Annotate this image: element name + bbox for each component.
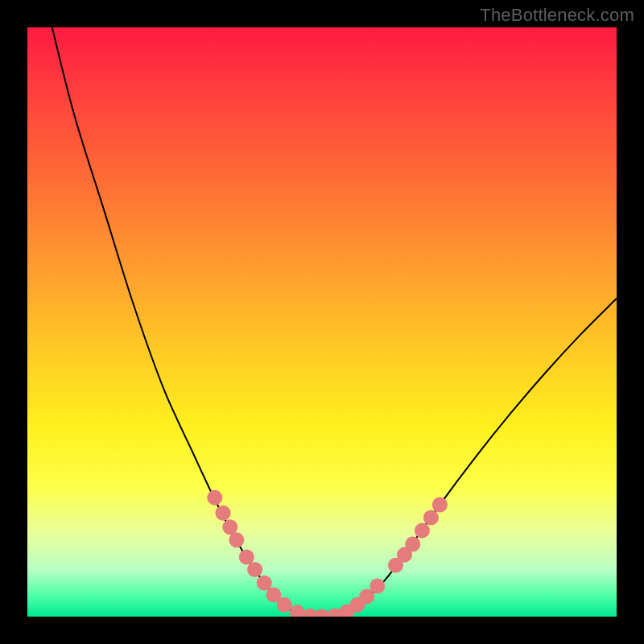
marker-dot <box>369 578 385 593</box>
marker-dot <box>405 536 420 551</box>
marker-dot <box>229 532 244 547</box>
plot-area <box>27 27 617 617</box>
marker-dot <box>423 510 439 526</box>
marker-dot <box>207 490 222 506</box>
marker-dot <box>277 597 292 613</box>
marker-dot <box>415 523 430 539</box>
watermark-text: TheBottleneck.com <box>480 5 634 26</box>
marker-dot <box>247 562 262 577</box>
background-gradient <box>27 27 617 617</box>
outer-frame: TheBottleneck.com <box>0 0 644 644</box>
marker-dot <box>222 519 237 535</box>
marker-dot <box>216 506 231 521</box>
marker-dot <box>432 497 448 512</box>
chart-svg <box>27 27 617 617</box>
